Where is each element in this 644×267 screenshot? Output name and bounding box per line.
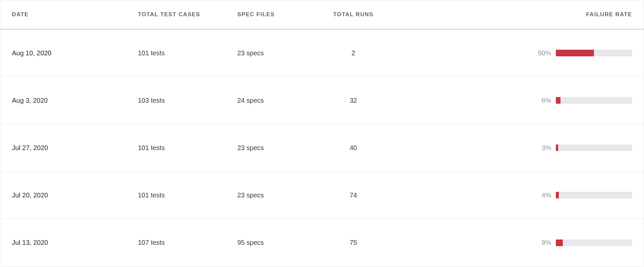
failure-rate-bar: [556, 192, 632, 198]
cell-date: Aug 10, 2020: [12, 49, 51, 57]
test-results-table: Date Total Test Cases Spec Files Total R…: [0, 0, 644, 267]
failure-rate-bar: [556, 144, 632, 151]
failure-rate-bar: [556, 50, 632, 56]
cell-specs: 24 specs: [237, 97, 264, 104]
cell-runs: 40: [350, 144, 357, 151]
failure-pct-label: 9%: [542, 239, 551, 246]
cell-specs: 23 specs: [237, 144, 264, 151]
cell-date: Jul 13, 2020: [12, 239, 48, 246]
cell-specs: 95 specs: [237, 239, 264, 246]
cell-date: Aug 3, 2020: [12, 97, 48, 104]
failure-rate-bar-fill: [556, 144, 558, 151]
failure-pct-label: 3%: [542, 144, 551, 152]
failure-rate-bar-fill: [556, 192, 559, 198]
table-row[interactable]: Jul 13, 2020 107 tests 95 specs 75 9%: [0, 219, 644, 266]
cell-tests: 101 tests: [138, 49, 165, 57]
header-date[interactable]: Date: [12, 11, 138, 18]
header-total-runs[interactable]: Total Runs: [323, 11, 383, 18]
cell-runs: 32: [350, 97, 357, 104]
cell-date: Jul 27, 2020: [12, 144, 48, 151]
header-total-tests[interactable]: Total Test Cases: [138, 11, 237, 18]
failure-rate-bar-fill: [556, 50, 594, 56]
header-failure-rate[interactable]: Failure Rate: [383, 11, 632, 18]
cell-specs: 23 specs: [237, 49, 264, 57]
cell-runs: 75: [350, 239, 357, 246]
cell-specs: 23 specs: [237, 191, 264, 199]
cell-runs: 2: [351, 49, 355, 57]
cell-date: Jul 20, 2020: [12, 191, 48, 199]
header-spec-files[interactable]: Spec Files: [237, 11, 323, 18]
failure-pct-label: 6%: [542, 97, 551, 104]
failure-rate-bar-fill: [556, 97, 560, 104]
table-row[interactable]: Jul 20, 2020 101 tests 23 specs 74 4%: [0, 172, 644, 219]
cell-tests: 101 tests: [138, 191, 165, 199]
cell-tests: 101 tests: [138, 144, 165, 151]
table-row[interactable]: Aug 10, 2020 101 tests 23 specs 2 50%: [0, 29, 644, 77]
cell-tests: 107 tests: [138, 239, 165, 246]
cell-tests: 103 tests: [138, 97, 165, 104]
table-row[interactable]: Jul 27, 2020 101 tests 23 specs 40 3%: [0, 124, 644, 172]
failure-pct-label: 50%: [538, 49, 551, 57]
failure-rate-bar: [556, 240, 632, 246]
failure-rate-bar-fill: [556, 240, 563, 246]
failure-rate-bar: [556, 97, 632, 104]
cell-runs: 74: [350, 191, 357, 199]
table-row[interactable]: Aug 3, 2020 103 tests 24 specs 32 6%: [0, 77, 644, 124]
failure-pct-label: 4%: [542, 191, 551, 199]
table-header-row: Date Total Test Cases Spec Files Total R…: [0, 0, 644, 29]
